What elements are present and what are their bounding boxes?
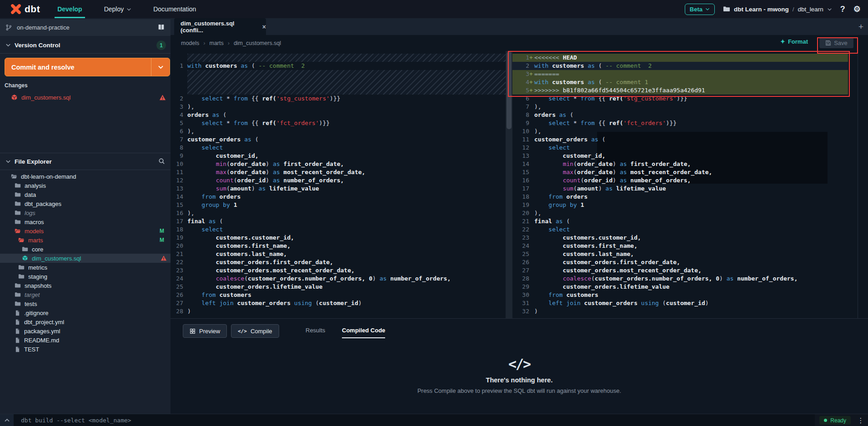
nav-item-develop[interactable]: Develop: [46, 0, 93, 18]
file-explorer-header[interactable]: File Explorer: [0, 153, 171, 170]
code-line[interactable]: 8orders as (: [512, 111, 848, 119]
code-line[interactable]: 5+>>>>>>> b81f802a66fd544504c65721e3ffaa…: [512, 86, 848, 95]
code-line[interactable]: 16),: [175, 209, 506, 217]
settings-gear-icon[interactable]: ⚙: [853, 4, 861, 14]
code-line[interactable]: 10 min(order_date) as first_order_date,: [175, 160, 506, 168]
code-line[interactable]: 24 customers.first_name,: [512, 242, 848, 250]
code-line[interactable]: 20 customers.first_name,: [175, 242, 506, 250]
code-line[interactable]: 4orders as (: [175, 111, 506, 119]
beta-dropdown[interactable]: Beta: [685, 4, 715, 15]
code-line[interactable]: 23 customers.customer_id,: [512, 234, 848, 242]
tree-item-tests[interactable]: tests: [0, 299, 171, 308]
code-line[interactable]: 2 select * from {{ ref('stg_customers')}…: [175, 95, 506, 103]
code-pane-right[interactable]: 1+<<<<<<< HEAD2with customers as ( -- co…: [512, 54, 848, 316]
code-line[interactable]: 19 group by 1: [512, 201, 848, 209]
tree-item-data[interactable]: data: [0, 190, 171, 199]
commit-options-chevron[interactable]: [151, 58, 170, 76]
tab-dim-customers[interactable]: dim_customers.sql (confli... ×: [174, 18, 266, 35]
kebab-menu-icon[interactable]: ⋮: [855, 416, 866, 425]
preview-button[interactable]: Preview: [183, 324, 227, 338]
tree-item-dbt_project.yml[interactable]: dbt_project.yml: [0, 317, 171, 326]
code-line[interactable]: 4+with customers as ( -- comment 1: [512, 78, 848, 86]
code-line[interactable]: 1with customers as ( -- comment 2: [175, 62, 506, 70]
code-line[interactable]: 27 left join customer_orders using (cust…: [175, 299, 506, 307]
code-line[interactable]: 11 max(order_date) as most_recent_order_…: [175, 168, 506, 176]
save-button[interactable]: Save: [819, 37, 853, 48]
tab-compiled-code[interactable]: Compiled Code: [342, 327, 385, 334]
code-line[interactable]: 2with customers as ( -- comment 2: [512, 62, 848, 70]
code-line[interactable]: 15 group by 1: [175, 201, 506, 209]
help-icon[interactable]: ?: [840, 5, 845, 14]
dbt-logo[interactable]: dbt: [10, 3, 40, 15]
code-line[interactable]: 26 customer_orders.first_order_date,: [512, 258, 848, 266]
diff-editor[interactable]: 1with customers as ( -- comment 22 selec…: [171, 51, 868, 318]
code-line[interactable]: 13 sum(amount) as lifetime_value: [175, 185, 506, 193]
code-line[interactable]: 14 min(order_date) as first_order_date,: [512, 160, 848, 168]
tree-item-TEST[interactable]: TEST: [0, 345, 171, 354]
version-control-header[interactable]: Version Control 1: [0, 37, 171, 53]
code-line[interactable]: 32): [512, 307, 848, 316]
code-line[interactable]: 17 sum(amount) as lifetime_value: [512, 185, 848, 193]
code-line[interactable]: 30 from customers: [512, 291, 848, 299]
breadcrumb-item[interactable]: dim_customers.sql: [234, 40, 281, 46]
tree-item-macros[interactable]: macros: [0, 217, 171, 226]
code-line[interactable]: 16 count(order_id) as number_of_orders,: [512, 176, 848, 185]
code-line[interactable]: 3),: [175, 103, 506, 111]
code-line[interactable]: 24 coalesce(customer_orders.number_of_or…: [175, 275, 506, 283]
code-line[interactable]: 13 customer_id,: [512, 152, 848, 160]
code-line[interactable]: 9 select * from {{ ref('fct_orders')}}: [512, 119, 848, 127]
tree-item-dbt_packages[interactable]: dbt_packages: [0, 199, 171, 208]
code-line[interactable]: 14 from orders: [175, 193, 506, 201]
new-tab-icon[interactable]: +: [858, 22, 863, 32]
nav-item-deploy[interactable]: Deploy: [93, 0, 143, 18]
code-line[interactable]: 28 coalesce(customer_orders.number_of_or…: [512, 275, 848, 283]
tree-item-models[interactable]: modelsM: [0, 226, 171, 236]
code-line[interactable]: 18 from orders: [512, 193, 848, 201]
code-line[interactable]: 11customer_orders as (: [512, 135, 848, 144]
close-tab-icon[interactable]: ×: [262, 23, 266, 30]
code-line[interactable]: 28): [175, 307, 506, 316]
code-line[interactable]: 1+<<<<<<< HEAD: [512, 54, 848, 62]
nav-item-documentation[interactable]: Documentation: [142, 0, 207, 18]
code-line[interactable]: 22 select: [512, 226, 848, 234]
breadcrumb-item[interactable]: marts: [209, 40, 223, 46]
code-line[interactable]: 7),: [512, 103, 848, 111]
code-line[interactable]: 5 select * from {{ ref('fct_orders')}}: [175, 119, 506, 127]
code-line[interactable]: 6),: [175, 127, 506, 135]
code-line[interactable]: 29 customer_orders.lifetime_value: [512, 283, 848, 291]
code-line[interactable]: 8 select: [175, 144, 506, 152]
code-line[interactable]: 21 customers.last_name,: [175, 250, 506, 258]
pane-scrollbar-thumb[interactable]: [507, 52, 512, 129]
code-line[interactable]: 6 select * from {{ ref('stg_customers')}…: [512, 95, 848, 103]
tree-item-staging[interactable]: staging: [0, 272, 171, 281]
code-line[interactable]: 12 select: [512, 144, 848, 152]
search-icon[interactable]: [158, 158, 165, 165]
commit-and-resolve-button[interactable]: Commit and resolve: [5, 58, 170, 76]
tab-results[interactable]: Results: [306, 327, 325, 334]
code-line[interactable]: 15 max(order_date) as most_recent_order_…: [512, 168, 848, 176]
code-line[interactable]: 19 customers.customer_id,: [175, 234, 506, 242]
code-line[interactable]: 22 customer_orders.first_order_date,: [175, 258, 506, 266]
code-line[interactable]: 20),: [512, 209, 848, 217]
tree-item-marts[interactable]: martsM: [0, 236, 171, 245]
tree-item-dim_customers.sql[interactable]: dim_customers.sql: [0, 254, 171, 263]
command-input[interactable]: dbt build --select <model_name>: [14, 414, 815, 426]
code-line[interactable]: 10),: [512, 127, 848, 135]
tree-item-snapshots[interactable]: snapshots: [0, 281, 171, 290]
breadcrumb-item[interactable]: models: [181, 40, 199, 46]
code-line[interactable]: 9 customer_id,: [175, 152, 506, 160]
chevron-up-icon[interactable]: [0, 414, 14, 426]
tree-item-.gitignore[interactable]: .gitignore: [0, 308, 171, 317]
code-line[interactable]: 31 left join customer_orders using (cust…: [512, 299, 848, 307]
code-line[interactable]: 21final as (: [512, 217, 848, 226]
format-button[interactable]: ✦ Format: [780, 38, 808, 45]
tree-item-analysis[interactable]: analysis: [0, 181, 171, 190]
tree-item-dbt-learn-on-demand[interactable]: dbt-learn-on-demand: [0, 172, 171, 181]
code-line[interactable]: 23 customer_orders.most_recent_order_dat…: [175, 266, 506, 275]
code-line[interactable]: 25 customers.last_name,: [512, 250, 848, 258]
tree-item-packages.yml[interactable]: packages.yml: [0, 326, 171, 336]
tree-item-core[interactable]: core: [0, 245, 171, 254]
code-pane-left[interactable]: 1with customers as ( -- comment 22 selec…: [175, 54, 506, 316]
code-line[interactable]: 26 from customers: [175, 291, 506, 299]
docs-book-icon[interactable]: [157, 24, 165, 31]
